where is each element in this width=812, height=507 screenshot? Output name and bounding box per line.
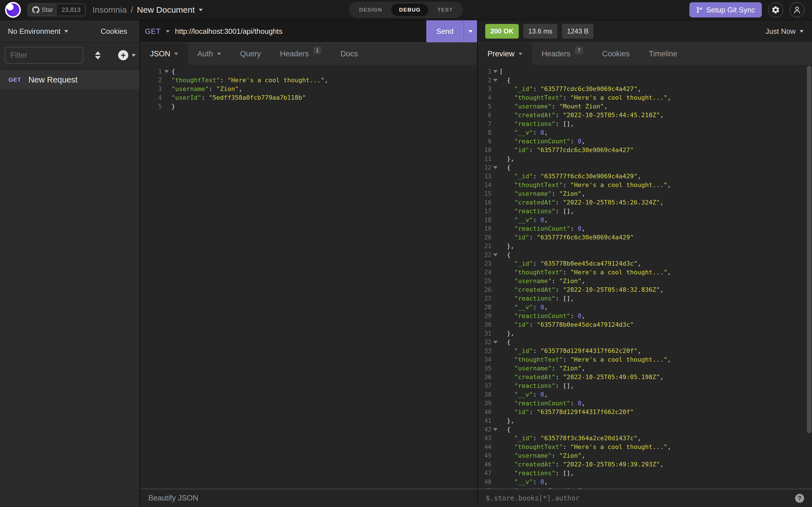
github-star-widget[interactable]: Star 23,813	[28, 3, 86, 16]
fold-toggle-icon[interactable]	[492, 79, 499, 82]
code-line: 19 "reactionCount": 0,	[478, 224, 812, 233]
code-line: 25 "username": "Zion",	[478, 277, 812, 285]
git-sync-label: Setup Git Sync	[706, 6, 755, 14]
tab-timeline[interactable]: Timeline	[639, 43, 687, 65]
github-star-button[interactable]: Star	[28, 4, 57, 16]
code-line: 6 "createdAt": "2022-10-25T05:44:45.210Z…	[478, 111, 812, 119]
code-line: 28 "__v": 0,	[478, 303, 812, 312]
fold-toggle-icon[interactable]	[492, 341, 499, 344]
environment-selector[interactable]: No Environment	[0, 27, 101, 36]
tab-test[interactable]: TEST	[430, 4, 461, 16]
github-icon	[32, 6, 40, 13]
code-line: 1{	[140, 67, 477, 76]
code-line: 7 "reactions": [],	[478, 119, 812, 128]
code-line: 1[	[478, 67, 812, 76]
send-options-button[interactable]	[463, 20, 477, 42]
url-input[interactable]: http://localhost:3001/api/thoughts	[175, 27, 283, 36]
fold-toggle-icon[interactable]	[162, 70, 171, 73]
tab-auth[interactable]: Auth	[188, 43, 231, 65]
chevron-down-icon	[800, 30, 804, 33]
tab-response-headers[interactable]: Headers 7	[532, 43, 593, 65]
cookies-button[interactable]: Cookies	[101, 27, 140, 36]
tab-docs[interactable]: Docs	[331, 43, 368, 65]
tab-headers[interactable]: Headers 1	[270, 43, 331, 65]
fold-toggle-icon[interactable]	[492, 428, 499, 431]
request-list-item[interactable]: GET New Request	[0, 70, 140, 89]
fold-toggle-icon[interactable]	[492, 166, 499, 169]
tab-design[interactable]: DESIGN	[351, 4, 390, 16]
code-line: 4"userId": "5edff358a0fcb779aa7b118b"	[140, 93, 477, 102]
url-bar: GET http://localhost:3001/api/thoughts	[140, 20, 426, 42]
fold-toggle-icon[interactable]	[492, 253, 499, 256]
code-line: 45 "username": "Zion",	[478, 451, 812, 460]
code-line: 24 "thoughtText": "Here's a cool thought…	[478, 268, 812, 277]
method-selector[interactable]: GET	[145, 27, 161, 36]
gear-icon	[771, 5, 780, 14]
account-button[interactable]	[790, 2, 805, 17]
code-line: 11 },	[478, 154, 812, 163]
star-count[interactable]: 23,813	[57, 4, 85, 16]
chevron-down-icon	[174, 53, 178, 55]
sidebar: No Environment Cookies + GET New Request	[0, 20, 140, 507]
code-line: 47 "reactions": [],	[478, 469, 812, 477]
settings-button[interactable]	[768, 2, 783, 17]
request-list: GET New Request	[0, 68, 140, 507]
breadcrumb-app[interactable]: Insomnia	[93, 5, 127, 15]
code-line: 31 },	[478, 329, 812, 338]
breadcrumb-document[interactable]: New Document	[137, 5, 195, 15]
code-line: 29 "reactionCount": 0,	[478, 312, 812, 320]
environment-label: No Environment	[8, 27, 60, 36]
app-header: Star 23,813 Insomnia / New Document DESI…	[0, 0, 812, 20]
url-row: GET http://localhost:3001/api/thoughts S…	[140, 20, 477, 43]
sidebar-filter-row: +	[0, 43, 140, 68]
chevron-down-icon	[132, 54, 136, 57]
request-method-badge: GET	[8, 76, 21, 83]
code-line: 3 "_id": "635777cdc6c30e9069c4a427",	[478, 84, 812, 93]
breadcrumb-separator: /	[131, 5, 133, 15]
chevron-down-icon	[64, 30, 68, 33]
request-name: New Request	[29, 75, 78, 84]
code-line: 3"username": "Zion",	[140, 84, 477, 93]
send-button[interactable]: Send	[426, 20, 463, 42]
code-line: 39 "reactionCount": 0,	[478, 399, 812, 407]
code-line: 22 {	[478, 250, 812, 259]
beautify-json-button[interactable]: Beautify JSON	[148, 494, 198, 503]
plus-icon: +	[118, 50, 128, 60]
code-line: 4 "thoughtText": "Here's a cool thought.…	[478, 93, 812, 102]
setup-git-sync-button[interactable]: Setup Git Sync	[689, 2, 762, 17]
code-line: 18 "__v": 0,	[478, 216, 812, 224]
chevron-down-icon[interactable]	[199, 9, 203, 11]
scrollbar[interactable]	[807, 66, 811, 433]
code-line: 2"thoughtText": "Here's a cool thought..…	[140, 76, 477, 84]
help-icon[interactable]: ?	[795, 494, 804, 503]
filter-input[interactable]	[5, 47, 83, 64]
request-body-editor[interactable]: 1{2"thoughtText": "Here's a cool thought…	[140, 65, 477, 489]
git-branch-icon	[696, 6, 703, 13]
chevron-down-icon[interactable]	[166, 30, 170, 33]
chevron-down-icon	[469, 30, 472, 33]
response-filter-input[interactable]: $.store.books[*].author	[486, 494, 579, 502]
insomnia-logo[interactable]	[5, 2, 21, 18]
request-tabs: JSON Auth Query Headers 1 Docs	[140, 43, 477, 65]
tab-response-cookies[interactable]: Cookies	[593, 43, 640, 65]
code-line: 38 "__v": 0,	[478, 390, 812, 399]
tab-body-json[interactable]: JSON	[140, 43, 188, 65]
code-line: 49 "reactionCount": 0,	[478, 486, 812, 489]
code-line: 20 "id": "635777f6c6c30e9069c4a429"	[478, 233, 812, 242]
response-tabs: Preview Headers 7 Cookies Timeline	[478, 43, 812, 65]
sort-icon[interactable]	[95, 51, 101, 59]
code-line: 44 "thoughtText": "Here's a cool thought…	[478, 443, 812, 451]
tab-preview[interactable]: Preview	[478, 43, 532, 65]
response-body-viewer[interactable]: 1[2 {3 "_id": "635777cdc6c30e9069c4a427"…	[478, 65, 812, 489]
tab-query[interactable]: Query	[231, 43, 271, 65]
tab-debug[interactable]: DEBUG	[391, 4, 428, 16]
response-history-dropdown[interactable]: Just Now	[765, 27, 812, 36]
send-group: Send	[426, 20, 477, 42]
response-viewer-wrap: 1[2 {3 "_id": "635777cdc6c30e9069c4a427"…	[478, 65, 812, 489]
add-request-button[interactable]: +	[118, 50, 136, 60]
mode-switcher: DESIGN DEBUG TEST	[349, 2, 463, 18]
fold-toggle-icon[interactable]	[492, 70, 499, 73]
time-badge: 13.6 ms	[523, 24, 557, 39]
code-line: 40 "id": "635778d129f44317f662c20f"	[478, 407, 812, 416]
request-panel: GET http://localhost:3001/api/thoughts S…	[140, 20, 477, 507]
